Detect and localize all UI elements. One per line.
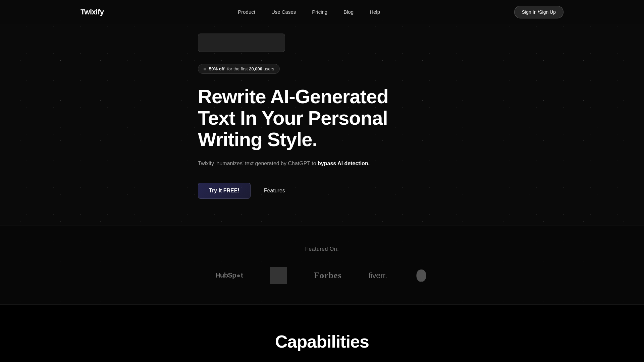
- featured-logos: HubSpt Forbes fiverr.: [0, 267, 644, 284]
- forbes-logo: Forbes: [314, 270, 342, 281]
- features-button[interactable]: Features: [264, 188, 285, 194]
- hero-subtext-plain: Twixify 'humanizes' text generated by Ch…: [198, 161, 318, 166]
- cta-buttons: Try It FREE! Features: [198, 183, 466, 199]
- hero-section: 50% off for the first 20,000 users Rewri…: [178, 0, 466, 199]
- try-free-button[interactable]: Try It FREE!: [198, 183, 251, 199]
- product-preview-card: [198, 34, 285, 52]
- badge-dot: [204, 68, 206, 70]
- nav-pricing[interactable]: Pricing: [312, 9, 327, 15]
- nav-blog[interactable]: Blog: [343, 9, 354, 15]
- signin-signup-button[interactable]: Sign In /Sign Up: [514, 6, 564, 18]
- nav-links: Product Use Cases Pricing Blog Help: [238, 9, 380, 15]
- capabilities-section: Capabilities: [0, 305, 644, 362]
- square-logo: [270, 267, 287, 284]
- brand-logo[interactable]: Twixify: [80, 8, 104, 16]
- featured-section: Featured On: HubSpt Forbes fiverr.: [0, 226, 644, 305]
- navbar: Twixify Product Use Cases Pricing Blog H…: [0, 0, 644, 24]
- hero-subtext: Twixify 'humanizes' text generated by Ch…: [198, 159, 372, 168]
- featured-title: Featured On:: [0, 246, 644, 252]
- discount-prefix: 50% off: [209, 66, 224, 71]
- leaf-logo: [414, 268, 429, 283]
- hero-heading: Rewrite AI-Generated Text In Your Person…: [198, 86, 426, 150]
- fiverr-logo: fiverr.: [369, 271, 387, 280]
- nav-use-cases[interactable]: Use Cases: [271, 9, 296, 15]
- nav-help[interactable]: Help: [370, 9, 380, 15]
- hubspot-dot: [237, 275, 240, 277]
- hubspot-logo: HubSpt: [215, 272, 243, 279]
- nav-product[interactable]: Product: [238, 9, 255, 15]
- discount-badge: 50% off for the first 20,000 users: [198, 64, 280, 74]
- capabilities-title: Capabilities: [0, 331, 644, 352]
- hero-subtext-bold: bypass AI detection.: [318, 161, 370, 166]
- discount-suffix: for the first 20,000 users: [227, 66, 274, 71]
